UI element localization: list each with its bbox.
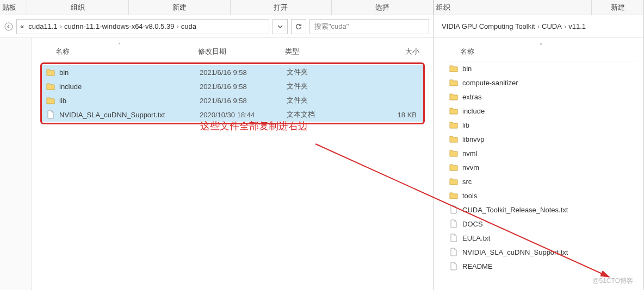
file-row[interactable]: README (445, 259, 637, 273)
refresh-button[interactable] (291, 19, 306, 34)
file-row[interactable]: libnvvp (445, 132, 637, 146)
breadcrumb-prefix: « (20, 22, 24, 30)
nav-back-icon[interactable] (4, 22, 13, 31)
file-row[interactable]: lib (445, 118, 637, 132)
folder-icon (448, 106, 459, 115)
folder-icon (448, 177, 459, 186)
crumb[interactable]: CUDA (542, 22, 562, 30)
crumb[interactable]: VIDIA GPU Computing Toolkit (442, 22, 535, 30)
col-header-name[interactable]: ˄ 名称 (40, 47, 198, 56)
ribbon-group-open[interactable]: 打开 (231, 0, 332, 15)
text-file-icon (448, 248, 459, 256)
file-list-right: ˄ 名称 bincompute-sanitizerextrasincludeli… (434, 38, 643, 290)
crumb[interactable]: cuda11.1 (28, 22, 58, 30)
folder-icon (45, 82, 56, 91)
chevron-right-icon: › (537, 22, 540, 30)
ribbon-group-select[interactable]: 选择 (332, 0, 434, 15)
chevron-right-icon: › (60, 22, 62, 30)
file-name: nvvm (462, 163, 637, 172)
col-header-name[interactable]: ˄ 名称 (445, 47, 637, 56)
navigation-tree-stub[interactable] (0, 38, 32, 290)
address-bar-row-right: VIDIA GPU Computing Toolkit › CUDA › v11… (434, 15, 643, 38)
dropdown-history-button[interactable] (273, 19, 288, 34)
crumb[interactable]: cuda (181, 22, 196, 30)
ribbon-group-organize[interactable]: 组织 (27, 0, 129, 15)
file-name: libnvvp (462, 135, 637, 143)
col-header-type[interactable]: 类型 (285, 47, 350, 56)
breadcrumb-left[interactable]: « cuda11.1 › cudnn-11.1-windows-x64-v8.0… (16, 19, 269, 34)
file-type: 文件夹 (287, 81, 352, 91)
crumb[interactable]: v11.1 (568, 22, 586, 30)
search-input[interactable]: 搜索"cuda" (309, 19, 429, 34)
highlight-box: bin2021/6/16 9:58文件夹include2021/6/16 9:5… (40, 62, 425, 124)
file-name: README (462, 262, 637, 270)
column-headers: ˄ 名称 修改日期 类型 大小 (40, 45, 425, 61)
col-header-date[interactable]: 修改日期 (198, 47, 285, 56)
file-name: NVIDIA_SLA_cuDNN_Support.txt (59, 111, 200, 119)
file-row[interactable]: nvml (445, 146, 637, 160)
file-row[interactable]: extras (445, 90, 637, 104)
file-row[interactable]: lib2021/6/16 9:58文件夹 (42, 93, 423, 108)
folder-icon (45, 68, 56, 77)
file-type: 文件夹 (287, 96, 352, 105)
address-bar-row-left: « cuda11.1 › cudnn-11.1-windows-x64-v8.0… (0, 15, 434, 38)
file-type: 文件夹 (287, 67, 352, 77)
file-row[interactable]: tools (445, 188, 637, 203)
file-name: extras (462, 93, 637, 101)
file-list-left: ˄ 名称 修改日期 类型 大小 bin2021/6/16 9:58文件夹incl… (32, 38, 434, 290)
folder-icon (448, 135, 459, 143)
sort-ascending-icon: ˄ (118, 42, 121, 48)
file-name: NVIDIA_SLA_cuDNN_Support.txt (462, 248, 637, 256)
file-row[interactable]: include2021/6/16 9:58文件夹 (42, 79, 423, 93)
ribbon-group-organize[interactable]: 组织 (434, 0, 592, 15)
file-name: src (462, 178, 637, 186)
folder-icon (448, 149, 459, 157)
file-name: include (59, 83, 200, 91)
folder-icon (448, 64, 459, 73)
ribbon-right: 组织 新建 (434, 0, 643, 15)
ribbon-left: 贴板 组织 新建 打开 选择 (0, 0, 434, 15)
file-row[interactable]: bin (445, 61, 637, 75)
file-name: bin (59, 68, 200, 77)
ribbon-group-clipboard[interactable]: 贴板 (0, 0, 27, 15)
file-name: EULA.txt (462, 234, 637, 242)
folder-icon (448, 78, 459, 87)
file-row[interactable]: compute-sanitizer (445, 75, 637, 90)
file-row[interactable]: DOCS (445, 217, 637, 231)
file-name: bin (462, 65, 637, 73)
chevron-right-icon: › (564, 22, 566, 30)
text-file-icon (448, 234, 459, 242)
file-name: include (462, 107, 637, 115)
text-file-icon (448, 262, 459, 270)
file-row[interactable]: nvvm (445, 160, 637, 174)
file-row[interactable]: EULA.txt (445, 231, 637, 245)
file-name: tools (462, 192, 637, 200)
file-row[interactable]: CUDA_Toolkit_Release_Notes.txt (445, 203, 637, 217)
file-name: nvml (462, 149, 637, 157)
svg-point-0 (5, 23, 13, 30)
chevron-right-icon: › (176, 22, 178, 30)
file-date: 2021/6/16 9:58 (200, 83, 287, 91)
folder-icon (448, 92, 459, 101)
file-row[interactable]: include (445, 104, 637, 118)
folder-icon (448, 121, 459, 129)
text-file-icon (448, 219, 459, 228)
breadcrumb-right[interactable]: VIDIA GPU Computing Toolkit › CUDA › v11… (438, 19, 639, 34)
text-file-icon (45, 110, 56, 119)
crumb[interactable]: cudnn-11.1-windows-x64-v8.0.5.39 (64, 22, 174, 30)
file-type: 文本文档 (287, 110, 352, 119)
file-size: 18 KB (352, 111, 423, 119)
file-row[interactable]: src (445, 174, 637, 188)
file-date: 2020/10/30 18:44 (200, 111, 287, 119)
col-header-size[interactable]: 大小 (350, 47, 425, 56)
folder-icon (448, 191, 459, 200)
right-explorer-window: 组织 新建 VIDIA GPU Computing Toolkit › CUDA… (434, 0, 644, 290)
ribbon-group-new[interactable]: 新建 (592, 0, 643, 15)
file-row[interactable]: bin2021/6/16 9:58文件夹 (42, 65, 423, 79)
file-name: compute-sanitizer (462, 79, 637, 87)
watermark: @51CTO博客 (592, 276, 633, 286)
text-file-icon (448, 205, 459, 214)
folder-icon (45, 96, 56, 105)
file-row[interactable]: NVIDIA_SLA_cuDNN_Support.txt (445, 245, 637, 259)
ribbon-group-new[interactable]: 新建 (129, 0, 231, 15)
